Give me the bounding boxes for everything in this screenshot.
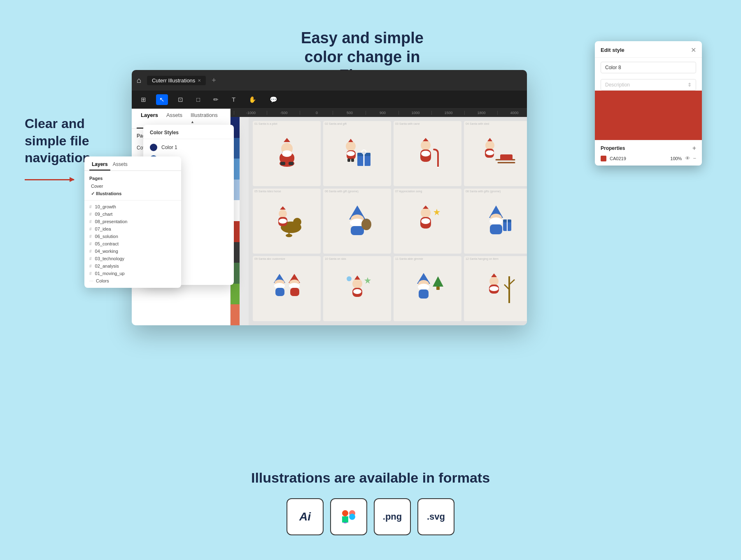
svg-point-55 [274, 283, 285, 289]
ruler-4000: 4000 [497, 111, 527, 115]
figma-icon [340, 509, 357, 525]
float-layer-01-moving-up[interactable]: # 01_moving_up [84, 270, 181, 277]
figma-home-icon[interactable]: ⌂ [137, 76, 141, 85]
add-property-btn[interactable]: + [692, 145, 696, 152]
float-layer-06-solution[interactable]: # 06_solution [84, 233, 181, 240]
illus-svg-12 [480, 272, 517, 305]
properties-section: Properties + CA0219 100% 👁 − [595, 140, 702, 166]
hash-icon: # [89, 227, 92, 231]
property-actions: 👁 − [685, 155, 696, 161]
tab-close-icon[interactable]: ✕ [198, 78, 201, 83]
toolbar-pen-btn[interactable]: ✏ [210, 94, 222, 105]
svg-point-63 [352, 279, 362, 289]
ruler-1800: 1800 [464, 111, 497, 115]
illus-cell-3: 03 Santa with cane [394, 121, 461, 186]
toolbar-text-btn[interactable]: T [228, 94, 239, 105]
toolbar-frame-btn[interactable]: ⊡ [175, 94, 186, 105]
svg-point-31 [279, 219, 287, 224]
layers-float-pages-label: Pages [84, 174, 181, 182]
float-layer-08-presentation[interactable]: # 08_presentation [84, 218, 181, 225]
float-layer-09-chart[interactable]: # 09_chart [84, 210, 181, 218]
illus-label-8: 08 Santa with gifts (gnome) [466, 190, 501, 193]
property-row: CA0219 100% 👁 − [601, 155, 696, 161]
ruler-1500: 1500 [431, 111, 464, 115]
add-tab-button[interactable]: + [209, 76, 219, 85]
ruler-neg500: -500 [267, 111, 300, 115]
float-layer-04-working[interactable]: # 04_working [84, 247, 181, 255]
figma-toolbar: ⊞ ↖ ⊡ □ ✏ T ✋ 💬 [132, 91, 527, 109]
svg-point-84 [349, 514, 355, 520]
svg-point-78 [489, 286, 499, 291]
svg-marker-45 [433, 209, 440, 215]
description-field[interactable]: Description ⇕ [601, 79, 696, 91]
toolbar-select-btn[interactable]: ↖ [156, 94, 168, 105]
svg-rect-6 [289, 162, 294, 165]
svg-point-28 [293, 218, 301, 226]
format-ai-box: Ai [287, 498, 324, 535]
visibility-icon[interactable]: 👁 [685, 155, 690, 161]
bottom-heading: Illustrations are available in formats [0, 470, 741, 486]
format-icons: Ai .png .svg [0, 498, 741, 535]
color-swatch-1 [150, 144, 157, 151]
illus-svg-11 [411, 272, 444, 305]
property-hex-value: CA0219 [610, 156, 667, 161]
svg-rect-60 [290, 288, 299, 296]
illus-label-7: 07 Appreciation song [395, 190, 422, 193]
float-layer-05-contract[interactable]: # 05_contract [84, 240, 181, 247]
hash-icon: # [89, 234, 92, 239]
svg-marker-44 [423, 205, 429, 209]
svg-point-59 [289, 283, 300, 289]
layers-float-tab-layers[interactable]: Layers [89, 161, 110, 170]
edit-style-header: Edit style ✕ [595, 41, 702, 58]
color-label-1: Color 1 [161, 145, 177, 150]
hash-icon: # [89, 242, 92, 246]
float-layer-10-growth[interactable]: # 10_growth [84, 203, 181, 210]
svg-rect-26 [500, 154, 513, 160]
svg-marker-71 [433, 276, 443, 287]
layers-float-page-cover[interactable]: Cover [84, 182, 181, 190]
svg-rect-16 [347, 159, 350, 162]
svg-point-18 [421, 140, 431, 150]
float-layer-07-idea[interactable]: # 07_idea [84, 225, 181, 233]
illus-svg-6 [341, 205, 374, 238]
property-color-dot [601, 156, 606, 161]
illus-svg-2 [341, 137, 374, 170]
edit-style-panel: Edit style ✕ Description ⇕ Properties + … [595, 41, 702, 166]
illus-cell-5: 05 Santa rides horse [253, 189, 321, 254]
hash-icon: # [89, 205, 92, 209]
illus-svg-8 [482, 205, 515, 238]
strip-10 [231, 304, 240, 325]
ruler-500: 500 [333, 111, 366, 115]
properties-header: Properties + [601, 145, 696, 152]
illus-label-6: 06 Santa with gift (gnome) [325, 190, 359, 193]
divider [84, 200, 181, 201]
illus-cell-11: 11 Santa able gimmie [394, 256, 461, 321]
layers-float-page-illustrations[interactable]: ✓ Illustrations [84, 190, 181, 198]
ruler-1000: 1000 [398, 111, 431, 115]
layers-float-tab-assets[interactable]: Assets [110, 161, 130, 170]
toolbar-grid-btn[interactable]: ⊞ [137, 94, 149, 105]
minus-icon[interactable]: − [693, 155, 696, 161]
color-style-item-1[interactable]: Color 1 [143, 142, 234, 153]
hash-icon: # [89, 219, 92, 224]
illus-label-9: 09 Santa abc customize [254, 257, 285, 260]
toolbar-hand-btn[interactable]: ✋ [245, 94, 260, 105]
svg-marker-15 [348, 139, 353, 142]
illus-label-3: 03 Santa with cane [395, 122, 420, 125]
float-layer-03-technology[interactable]: # 03_technology [84, 255, 181, 262]
figma-tab-active[interactable]: Cuterr Illustrations ✕ [147, 76, 206, 85]
format-svg-box: .svg [417, 498, 454, 535]
color-name-input[interactable] [601, 62, 696, 73]
svg-point-24 [486, 150, 494, 155]
toolbar-comment-btn[interactable]: 💬 [266, 94, 281, 105]
ruler-neg1000: -1000 [234, 111, 267, 115]
float-layer-colors[interactable]: ⋯ Colors [84, 277, 181, 285]
edit-style-close-btn[interactable]: ✕ [691, 46, 696, 54]
hash-icon: # [89, 264, 92, 268]
svg-label: .svg [427, 511, 445, 522]
svg-marker-32 [280, 206, 286, 210]
toolbar-shape-btn[interactable]: □ [193, 94, 203, 105]
svg-point-43 [421, 218, 430, 224]
float-layer-02-analysis[interactable]: # 02_analysis [84, 262, 181, 270]
svg-point-65 [353, 289, 361, 294]
